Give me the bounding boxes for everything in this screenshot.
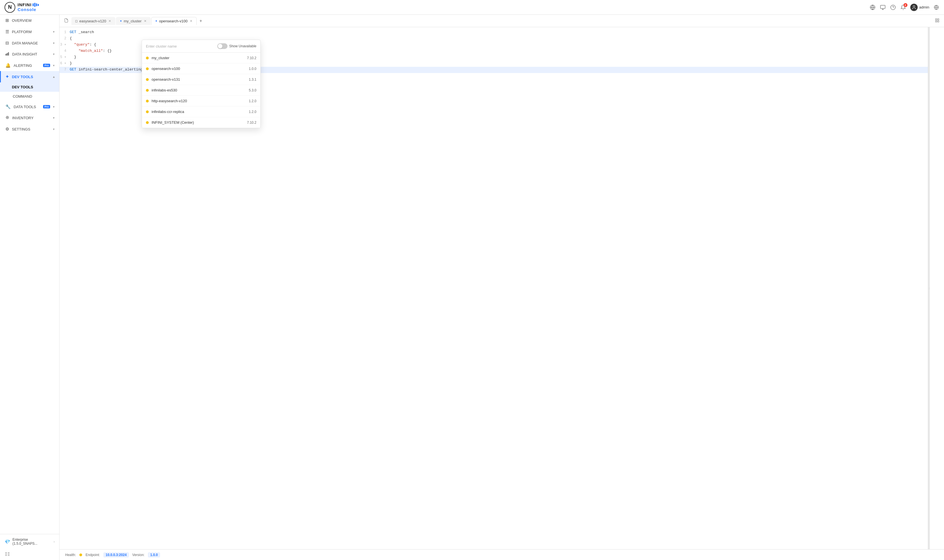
sidebar-item-dev-tools[interactable]: ✦ DEV TOOLS ▴ [0,71,59,82]
help-icon[interactable] [890,4,896,11]
cluster-name: http-easysearch-v120 [151,99,249,103]
sidebar-sub-dev-tools[interactable]: DEV TOOLS [0,82,59,92]
notification-badge: 2 [904,3,907,7]
globe-icon[interactable] [933,4,939,11]
cluster-version: 1.0.0 [249,67,256,71]
tab-easyseach[interactable]: ◻ easyseach-v120 ✕ [71,17,115,25]
alerting-chevron: ▾ [53,64,55,68]
sidebar-sub-command-label: COMMAND [13,94,32,98]
svg-point-2 [890,5,895,10]
tab-easyseach-icon: ◻ [75,19,78,23]
alerting-pro-badge: Pro [43,64,50,67]
svg-rect-7 [7,53,8,55]
svg-rect-20 [938,21,939,22]
notification-wrapper[interactable]: 2 [900,4,906,11]
line-num-5: 5 ▾ [60,54,70,61]
health-label: Health: [65,553,76,557]
sidebar-item-data-tools[interactable]: 🔧 DATA TOOLS Pro ▾ [0,101,59,112]
sidebar-item-data-manage[interactable]: ⊟ DATA MANAGE ▾ [0,37,59,49]
sidebar-item-data-insight[interactable]: DATA INSIGHT ▾ [0,49,59,60]
cluster-item-infini-system[interactable]: INFINI_SYSTEM (Center) 7.10.2 [142,117,261,128]
data-manage-chevron: ▾ [53,42,55,45]
svg-rect-8 [8,52,9,55]
cluster-name: infinilabs-ccr-replica [151,109,249,114]
sidebar-item-overview[interactable]: ⊞ OVERVIEW [0,15,59,26]
tab-my-cluster[interactable]: ✦ my_cluster ✕ [116,17,151,25]
inventory-icon [5,115,9,120]
data-insight-icon [5,52,9,57]
line-content-1: GET _search [70,29,928,36]
cluster-dot [146,57,149,60]
line-num-2: 2 [60,36,70,42]
cluster-name: INFINI_SYSTEM (Center) [151,120,247,125]
svg-point-9 [6,116,9,119]
endpoint-value: 10.0.0.3:2024 [103,552,129,557]
cluster-item-opensearch-v131[interactable]: opensearch-v131 1.3.1 [142,74,261,85]
tab-opensearch-close[interactable]: ✕ [189,19,193,23]
line-num-3: 3 ▾ [60,42,70,48]
logo-text: INFINI Console [18,3,39,12]
navbar: N INFINI Console [0,0,944,15]
language-icon[interactable] [870,4,876,11]
monitor-icon[interactable] [880,4,886,11]
line-num-4: 4 [60,48,70,54]
cluster-name: infinilabs-es530 [151,88,249,92]
cluster-version: 1.2.0 [249,110,256,114]
tab-add-button[interactable]: + [197,17,204,25]
logo-console: Console [18,8,39,12]
cluster-item-http-easysearch[interactable]: http-easysearch-v120 1.2.0 [142,96,261,106]
sidebar-menu-button[interactable] [0,549,59,560]
cluster-name: my_cluster [151,56,247,60]
toggle-knob [218,44,222,48]
content-area: ◻ easyseach-v120 ✕ ✦ my_cluster ✕ ✦ open… [60,15,944,560]
cluster-item-infinilabs-es530[interactable]: infinilabs-es530 5.3.0 [142,85,261,96]
admin-area[interactable]: admin [910,4,929,11]
sidebar-item-inventory[interactable]: INVENTORY ▾ [0,112,59,123]
enterprise-chevron: › [54,540,55,543]
cluster-dot [146,68,149,70]
cluster-version: 1.3.1 [249,78,256,82]
editor-response-area: Show Unavailable my_cluster 7.10.2 opens… [60,27,944,549]
overview-icon: ⊞ [5,18,9,23]
status-bar: Health: Endpoint: 10.0.0.3:2024 Version:… [60,549,944,560]
cluster-version: 7.10.2 [247,121,256,125]
alerting-icon: 🔔 [5,63,11,68]
tab-my-cluster-icon: ✦ [120,19,122,23]
cluster-dot [146,89,149,92]
sidebar-item-platform[interactable]: ☰ PLATFORM ▾ [0,26,59,37]
data-tools-chevron: ▾ [53,105,55,109]
tab-file-button[interactable] [62,17,71,25]
dev-tools-chevron: ▴ [53,75,55,79]
tab-layout-button[interactable] [933,17,942,25]
tab-my-cluster-label: my_cluster [124,19,142,23]
svg-rect-1 [880,5,885,9]
cluster-version: 5.3.0 [249,88,256,92]
sidebar-footer[interactable]: 💎 Enterprise (1.5.0_SNAPS... › [0,534,59,549]
cluster-item-my-cluster[interactable]: my_cluster 7.10.2 [142,53,261,63]
navbar-actions: 2 admin [870,4,939,11]
cluster-item-opensearch-v100[interactable]: opensearch-v100 1.0.0 [142,63,261,74]
tab-opensearch-v100[interactable]: ✦ opensearch-v100 ✕ [151,17,197,25]
sidebar-item-settings[interactable]: ⚙ SETTINGS ▾ [0,123,59,135]
tab-opensearch-icon: ✦ [155,19,157,23]
logo-bars-decoration [32,3,39,7]
editor-line-1: 1 GET _search [60,29,928,36]
settings-icon: ⚙ [5,126,9,132]
cluster-item-ccr-replica[interactable]: infinilabs-ccr-replica 1.2.0 [142,106,261,117]
cluster-dropdown: Show Unavailable my_cluster 7.10.2 opens… [142,40,261,128]
admin-avatar [910,4,918,11]
cluster-search-input[interactable] [146,44,214,48]
sidebar-item-alerting[interactable]: 🔔 ALERTING Pro ▾ [0,60,59,71]
svg-rect-19 [935,21,937,22]
tab-easyseach-close[interactable]: ✕ [108,19,112,23]
tab-bar: ◻ easyseach-v120 ✕ ✦ my_cluster ✕ ✦ open… [60,15,944,27]
enterprise-icon: 💎 [5,539,10,545]
cluster-version: 7.10.2 [247,56,256,60]
main-layout: ⊞ OVERVIEW ☰ PLATFORM ▾ ⊟ DATA MANAGE ▾ … [0,15,944,560]
platform-icon: ☰ [5,29,9,34]
platform-chevron: ▾ [53,30,55,34]
tab-my-cluster-close[interactable]: ✕ [143,19,147,23]
sidebar-sub-command[interactable]: COMMAND [0,92,59,101]
data-insight-chevron: ▾ [53,52,55,56]
show-unavailable-toggle[interactable] [217,43,227,49]
